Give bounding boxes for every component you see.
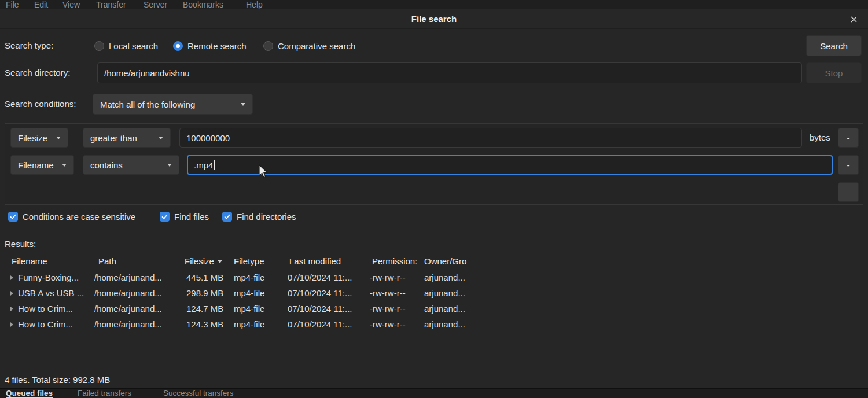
file-expander-icon [10,275,13,280]
results-status: 4 files. Total size: 992.8 MB [5,374,110,386]
radio-local-search-label: Local search [109,41,158,51]
cell-owner: arjunand... [420,301,863,316]
table-row[interactable]: Funny-Boxing... /home/arjunand... 445.1 … [5,270,863,285]
condition-1-field-dropdown[interactable]: Filesize [10,128,68,148]
search-button[interactable]: Search [806,35,862,56]
status-separator [0,371,868,371]
cell-path: /home/arjunand... [93,301,184,316]
column-header-filetype[interactable]: Filetype [233,254,286,269]
cell-filetype: mp4-file [233,316,286,332]
table-row[interactable]: How to Crim... /home/arjunand... 124.3 M… [5,316,863,332]
column-header-filesize[interactable]: Filesize [184,254,233,269]
close-icon [850,16,858,23]
chevron-down-icon [241,103,245,106]
table-row[interactable]: How to Crim... /home/arjunand... 124.7 M… [5,301,863,316]
menu-item-help[interactable]: Help [246,0,263,9]
condition-2-value-input[interactable]: .mp4 [187,155,833,175]
cell-path: /home/arjunand... [93,285,184,301]
results-table-header: Filename Path Filesize Filetype Last mod… [5,254,863,269]
file-expander-icon [10,307,13,311]
cell-owner: arjunand... [420,285,863,301]
add-condition-button[interactable] [838,182,859,202]
cell-filesize: 124.3 MB [184,316,233,332]
menu-item-bookmarks[interactable]: Bookmarks [183,0,223,9]
condition-1-operator-dropdown[interactable]: greater than [83,128,171,148]
results-label: Results: [5,238,36,250]
menu-item-view[interactable]: View [62,0,80,9]
cell-modified: 07/10/2024 11:... [286,301,369,316]
column-header-last-modified[interactable]: Last modified [286,254,369,269]
cell-owner: arjunand... [420,316,863,332]
radio-unselected-icon [94,41,104,51]
menu-item-transfer[interactable]: Transfer [96,0,126,9]
stop-button[interactable]: Stop [806,62,862,83]
match-mode-value: Match all of the following [100,100,195,109]
cell-filename: USB A vs USB ... [18,285,84,301]
radio-local-search[interactable]: Local search [94,35,158,56]
cell-permissions: -rw-rw-r-- [369,301,420,316]
cell-modified: 07/10/2024 11:... [286,316,369,332]
radio-selected-icon [173,41,183,51]
tab-successful-transfers[interactable]: Successful transfers [163,389,234,398]
chevron-down-icon [62,164,67,167]
condition-1-field-value: Filesize [18,133,47,143]
cell-filename: How to Crim... [18,316,73,332]
table-row[interactable]: USB A vs USB ... /home/arjunand... 298.9… [5,285,863,301]
cell-filesize: 124.7 MB [184,301,233,316]
column-header-permissions[interactable]: Permission: [369,254,420,269]
radio-comparative-search[interactable]: Comparative search [263,35,355,56]
cell-path: /home/arjunand... [93,316,184,332]
condition-2-remove-button[interactable]: - [838,155,859,175]
condition-2-operator-dropdown[interactable]: contains [83,155,179,175]
search-directory-input[interactable]: /home/arjunandvishnu [97,62,802,83]
condition-2-value: .mp4 [194,160,213,170]
condition-1-operator-value: greater than [90,133,137,143]
column-header-owner-group[interactable]: Owner/Gro [420,254,863,269]
search-directory-value: /home/arjunandvishnu [104,68,190,78]
checkbox-find-directories[interactable]: Find directories [222,211,296,222]
match-mode-dropdown[interactable]: Match all of the following [93,94,253,115]
condition-1-unit-label: bytes [810,128,830,148]
chevron-down-icon [159,137,163,139]
cell-filesize: 445.1 MB [184,270,233,285]
cell-filename: How to Crim... [18,301,73,316]
checkbox-find-files-label: Find files [174,212,209,222]
mouse-cursor [259,164,270,179]
checkbox-case-sensitive[interactable]: Conditions are case sensitive [8,211,135,222]
condition-2-operator-value: contains [90,160,123,170]
search-directory-label: Search directory: [5,62,70,83]
file-expander-icon [10,291,13,296]
column-header-filename[interactable]: Filename [5,254,93,269]
conditions-panel: Filesize greater than 100000000 bytes - … [5,123,863,205]
condition-1-remove-button[interactable]: - [838,128,859,148]
cell-owner: arjunand... [420,270,863,285]
column-header-path[interactable]: Path [93,254,184,269]
condition-1-value-input[interactable]: 100000000 [179,128,802,148]
background-bottom-tabs: Queued files Failed transfers Successful… [0,389,868,398]
dialog-titlebar[interactable]: File search [0,9,868,29]
cell-modified: 07/10/2024 11:... [286,270,369,285]
menu-item-edit[interactable]: Edit [34,0,48,9]
menu-item-file[interactable]: File [6,0,19,9]
cell-filetype: mp4-file [233,270,286,285]
cell-filename: Funny-Boxing... [18,270,79,285]
tab-queued-files[interactable]: Queued files [6,389,53,398]
sort-desc-icon [218,260,222,263]
radio-remote-search[interactable]: Remote search [173,35,247,56]
checkbox-checked-icon [8,212,18,222]
dialog-title: File search [411,14,457,24]
cell-modified: 07/10/2024 11:... [286,285,369,301]
condition-2-field-dropdown[interactable]: Filename [10,155,74,175]
search-type-label: Search type: [5,35,53,56]
cell-filesize: 298.9 MB [184,285,233,301]
checkbox-find-files[interactable]: Find files [160,211,209,222]
close-button[interactable] [847,13,860,25]
file-expander-icon [10,322,13,327]
checkbox-case-sensitive-label: Conditions are case sensitive [23,212,135,222]
tab-failed-transfers[interactable]: Failed transfers [78,389,131,398]
cell-path: /home/arjunand... [93,270,184,285]
search-conditions-label: Search conditions: [5,94,76,115]
menu-item-server[interactable]: Server [144,0,167,9]
cell-filetype: mp4-file [233,285,286,301]
radio-unselected-icon [263,41,273,51]
